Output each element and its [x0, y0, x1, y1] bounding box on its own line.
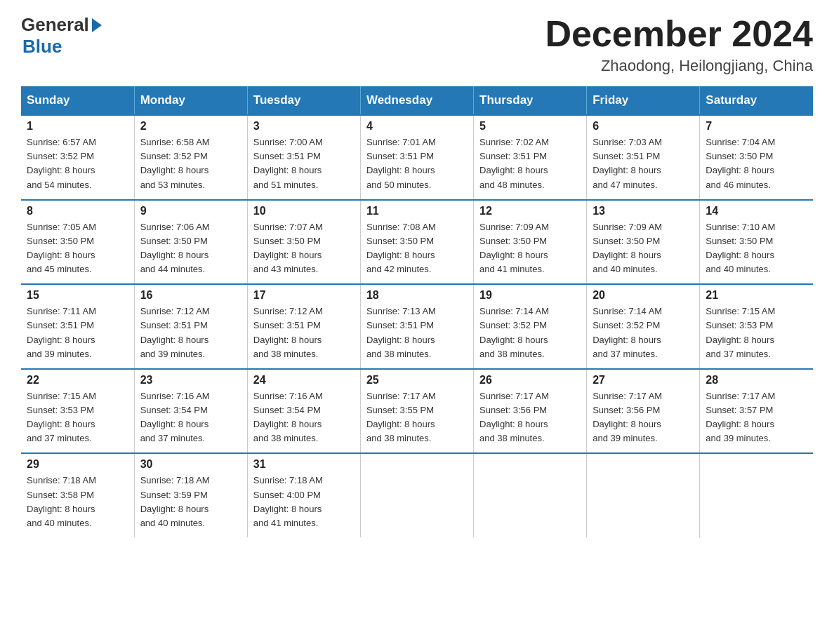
- day-number: 13: [593, 205, 694, 217]
- table-row: 18 Sunrise: 7:13 AMSunset: 3:51 PMDaylig…: [360, 284, 473, 369]
- table-row: 5 Sunrise: 7:02 AMSunset: 3:51 PMDayligh…: [474, 115, 587, 200]
- day-info: Sunrise: 7:05 AMSunset: 3:50 PMDaylight:…: [27, 220, 128, 277]
- table-row: 7 Sunrise: 7:04 AMSunset: 3:50 PMDayligh…: [700, 115, 813, 200]
- logo-general-text: General: [21, 14, 89, 36]
- table-row: 19 Sunrise: 7:14 AMSunset: 3:52 PMDaylig…: [474, 284, 587, 369]
- day-info: Sunrise: 7:03 AMSunset: 3:51 PMDaylight:…: [593, 135, 694, 192]
- calendar-week-row: 1 Sunrise: 6:57 AMSunset: 3:52 PMDayligh…: [21, 115, 813, 200]
- day-info: Sunrise: 7:11 AMSunset: 3:51 PMDaylight:…: [27, 304, 128, 361]
- day-number: 24: [253, 374, 355, 387]
- table-row: 17 Sunrise: 7:12 AMSunset: 3:51 PMDaylig…: [247, 284, 360, 369]
- calendar-week-row: 29 Sunrise: 7:18 AMSunset: 3:58 PMDaylig…: [21, 453, 813, 537]
- day-number: 10: [253, 205, 355, 217]
- col-monday: Monday: [134, 86, 247, 115]
- day-info: Sunrise: 7:17 AMSunset: 3:56 PMDaylight:…: [593, 389, 694, 446]
- col-sunday: Sunday: [21, 86, 134, 115]
- day-info: Sunrise: 7:08 AMSunset: 3:50 PMDaylight:…: [366, 220, 468, 277]
- day-info: Sunrise: 7:16 AMSunset: 3:54 PMDaylight:…: [253, 389, 355, 446]
- table-row: 21 Sunrise: 7:15 AMSunset: 3:53 PMDaylig…: [700, 284, 813, 369]
- day-info: Sunrise: 7:17 AMSunset: 3:56 PMDaylight:…: [479, 389, 581, 446]
- day-number: 29: [27, 458, 128, 471]
- table-row: 1 Sunrise: 6:57 AMSunset: 3:52 PMDayligh…: [21, 115, 134, 200]
- table-row: 30 Sunrise: 7:18 AMSunset: 3:59 PMDaylig…: [134, 453, 247, 537]
- logo-triangle-icon: [92, 18, 102, 32]
- logo-blue-text: Blue: [22, 36, 62, 57]
- day-number: 15: [27, 289, 128, 302]
- day-number: 4: [366, 120, 468, 133]
- table-row: 9 Sunrise: 7:06 AMSunset: 3:50 PMDayligh…: [134, 200, 247, 285]
- day-number: 5: [479, 120, 581, 133]
- table-row: 16 Sunrise: 7:12 AMSunset: 3:51 PMDaylig…: [134, 284, 247, 369]
- day-info: Sunrise: 7:18 AMSunset: 4:00 PMDaylight:…: [253, 474, 355, 530]
- day-number: 17: [253, 289, 355, 302]
- table-row: [360, 453, 473, 537]
- day-number: 21: [706, 289, 807, 302]
- table-row: 25 Sunrise: 7:17 AMSunset: 3:55 PMDaylig…: [360, 369, 473, 454]
- day-number: 9: [140, 205, 241, 217]
- day-number: 2: [140, 120, 241, 133]
- day-info: Sunrise: 7:00 AMSunset: 3:51 PMDaylight:…: [253, 135, 355, 192]
- month-title: December 2024: [545, 14, 813, 54]
- table-row: 3 Sunrise: 7:00 AMSunset: 3:51 PMDayligh…: [247, 115, 360, 200]
- day-info: Sunrise: 7:02 AMSunset: 3:51 PMDaylight:…: [479, 135, 581, 192]
- table-row: 27 Sunrise: 7:17 AMSunset: 3:56 PMDaylig…: [587, 369, 700, 454]
- day-number: 7: [706, 120, 807, 133]
- day-number: 1: [27, 120, 128, 133]
- day-number: 14: [706, 205, 807, 217]
- day-info: Sunrise: 7:18 AMSunset: 3:58 PMDaylight:…: [27, 474, 128, 530]
- table-row: 31 Sunrise: 7:18 AMSunset: 4:00 PMDaylig…: [247, 453, 360, 537]
- col-saturday: Saturday: [700, 86, 813, 115]
- calendar-week-row: 8 Sunrise: 7:05 AMSunset: 3:50 PMDayligh…: [21, 200, 813, 285]
- day-number: 20: [593, 289, 694, 302]
- day-number: 12: [479, 205, 581, 217]
- day-info: Sunrise: 6:58 AMSunset: 3:52 PMDaylight:…: [140, 135, 241, 192]
- table-row: 22 Sunrise: 7:15 AMSunset: 3:53 PMDaylig…: [21, 369, 134, 454]
- day-info: Sunrise: 7:15 AMSunset: 3:53 PMDaylight:…: [27, 389, 128, 446]
- day-info: Sunrise: 7:07 AMSunset: 3:50 PMDaylight:…: [253, 220, 355, 277]
- col-wednesday: Wednesday: [360, 86, 473, 115]
- day-info: Sunrise: 7:12 AMSunset: 3:51 PMDaylight:…: [253, 304, 355, 361]
- day-info: Sunrise: 7:06 AMSunset: 3:50 PMDaylight:…: [140, 220, 241, 277]
- table-row: [474, 453, 587, 537]
- location-title: Zhaodong, Heilongjiang, China: [545, 57, 813, 75]
- table-row: 24 Sunrise: 7:16 AMSunset: 3:54 PMDaylig…: [247, 369, 360, 454]
- day-number: 6: [593, 120, 694, 133]
- day-number: 11: [366, 205, 468, 217]
- day-info: Sunrise: 7:04 AMSunset: 3:50 PMDaylight:…: [706, 135, 807, 192]
- day-info: Sunrise: 7:15 AMSunset: 3:53 PMDaylight:…: [706, 304, 807, 361]
- day-info: Sunrise: 7:17 AMSunset: 3:55 PMDaylight:…: [366, 389, 468, 446]
- day-info: Sunrise: 7:14 AMSunset: 3:52 PMDaylight:…: [479, 304, 581, 361]
- table-row: 29 Sunrise: 7:18 AMSunset: 3:58 PMDaylig…: [21, 453, 134, 537]
- day-number: 22: [27, 374, 128, 387]
- day-number: 28: [706, 374, 807, 387]
- table-row: 20 Sunrise: 7:14 AMSunset: 3:52 PMDaylig…: [587, 284, 700, 369]
- day-number: 8: [27, 205, 128, 217]
- day-info: Sunrise: 7:01 AMSunset: 3:51 PMDaylight:…: [366, 135, 468, 192]
- calendar-week-row: 15 Sunrise: 7:11 AMSunset: 3:51 PMDaylig…: [21, 284, 813, 369]
- title-area: December 2024 Zhaodong, Heilongjiang, Ch…: [545, 14, 813, 75]
- table-row: 12 Sunrise: 7:09 AMSunset: 3:50 PMDaylig…: [474, 200, 587, 285]
- day-info: Sunrise: 7:17 AMSunset: 3:57 PMDaylight:…: [706, 389, 807, 446]
- day-number: 30: [140, 458, 241, 471]
- day-info: Sunrise: 7:10 AMSunset: 3:50 PMDaylight:…: [706, 220, 807, 277]
- day-info: Sunrise: 7:14 AMSunset: 3:52 PMDaylight:…: [593, 304, 694, 361]
- day-number: 3: [253, 120, 355, 133]
- table-row: 26 Sunrise: 7:17 AMSunset: 3:56 PMDaylig…: [474, 369, 587, 454]
- col-friday: Friday: [587, 86, 700, 115]
- table-row: 28 Sunrise: 7:17 AMSunset: 3:57 PMDaylig…: [700, 369, 813, 454]
- day-info: Sunrise: 7:16 AMSunset: 3:54 PMDaylight:…: [140, 389, 241, 446]
- day-info: Sunrise: 6:57 AMSunset: 3:52 PMDaylight:…: [27, 135, 128, 192]
- table-row: 15 Sunrise: 7:11 AMSunset: 3:51 PMDaylig…: [21, 284, 134, 369]
- table-row: 6 Sunrise: 7:03 AMSunset: 3:51 PMDayligh…: [587, 115, 700, 200]
- table-row: 13 Sunrise: 7:09 AMSunset: 3:50 PMDaylig…: [587, 200, 700, 285]
- day-number: 31: [253, 458, 355, 471]
- day-info: Sunrise: 7:12 AMSunset: 3:51 PMDaylight:…: [140, 304, 241, 361]
- col-thursday: Thursday: [474, 86, 587, 115]
- table-row: [587, 453, 700, 537]
- table-row: 14 Sunrise: 7:10 AMSunset: 3:50 PMDaylig…: [700, 200, 813, 285]
- table-row: 4 Sunrise: 7:01 AMSunset: 3:51 PMDayligh…: [360, 115, 473, 200]
- day-number: 27: [593, 374, 694, 387]
- col-tuesday: Tuesday: [247, 86, 360, 115]
- calendar-header-row: Sunday Monday Tuesday Wednesday Thursday…: [21, 86, 813, 115]
- table-row: [700, 453, 813, 537]
